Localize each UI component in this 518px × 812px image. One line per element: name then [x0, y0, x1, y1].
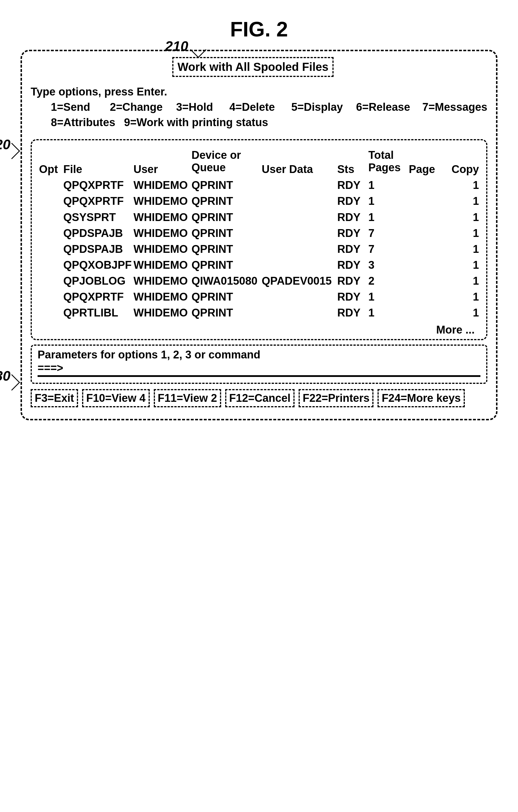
- page-cell: [409, 289, 447, 305]
- f12-key[interactable]: F12=Cancel: [225, 389, 295, 407]
- user-cell: WHIDEMO: [133, 289, 192, 305]
- opt-cell[interactable]: [39, 225, 63, 241]
- user-cell: WHIDEMO: [133, 273, 192, 289]
- queue-cell: QPRINT: [192, 193, 262, 209]
- hdr-queue-2: Queue: [192, 162, 262, 177]
- file-cell: QPQXPRTF: [63, 177, 133, 193]
- opt-cell[interactable]: [39, 241, 63, 257]
- main-screen: Work with All Spooled Files Type options…: [21, 50, 497, 420]
- table-row[interactable]: QPQXPRTFWHIDEMOQPRINTRDY11: [39, 177, 479, 193]
- opt-1: 1=Send: [51, 99, 110, 115]
- opt-9: 9=Work with printing status: [124, 115, 268, 130]
- opt-8: 8=Attributes: [51, 115, 124, 130]
- copy-cell: 1: [447, 193, 479, 209]
- queue-cell: QPRINT: [192, 305, 262, 321]
- sts-cell: RDY: [337, 241, 368, 257]
- table-row[interactable]: QPQXOBJPFWHIDEMOQPRINTRDY31: [39, 257, 479, 273]
- hdr-userdata: User Data: [262, 162, 337, 177]
- table-row[interactable]: QPQXPRTFWHIDEMOQPRINTRDY11: [39, 193, 479, 209]
- user-cell: WHIDEMO: [133, 209, 192, 225]
- page-cell: [409, 273, 447, 289]
- page-cell: [409, 209, 447, 225]
- queue-cell: QPRINT: [192, 241, 262, 257]
- table-row[interactable]: QPRTLIBLWHIDEMOQPRINTRDY11: [39, 305, 479, 321]
- file-cell: QPQXPRTF: [63, 193, 133, 209]
- copy-cell: 1: [447, 225, 479, 241]
- sts-cell: RDY: [337, 289, 368, 305]
- user-cell: WHIDEMO: [133, 225, 192, 241]
- page-cell: [409, 257, 447, 273]
- opt-cell[interactable]: [39, 193, 63, 209]
- opt-cell[interactable]: [39, 289, 63, 305]
- hdr-copy: Copy: [447, 162, 479, 177]
- opt-cell[interactable]: [39, 209, 63, 225]
- function-key-row: F3=Exit F10=View 4 F11=View 2 F12=Cancel…: [31, 389, 487, 407]
- page-cell: [409, 177, 447, 193]
- f3-key[interactable]: F3=Exit: [31, 389, 78, 407]
- file-cell: QSYSPRT: [63, 209, 133, 225]
- opt-4: 4=Delete: [229, 99, 291, 115]
- opt-6: 6=Release: [356, 99, 422, 115]
- hdr-file: File: [63, 162, 133, 177]
- copy-cell: 1: [447, 177, 479, 193]
- copy-cell: 1: [447, 273, 479, 289]
- queue-cell: QPRINT: [192, 209, 262, 225]
- userdata-cell: [262, 289, 337, 305]
- hdr-queue-1: Device or: [192, 149, 262, 162]
- more-indicator: More ...: [39, 324, 479, 336]
- f10-key[interactable]: F10=View 4: [82, 389, 149, 407]
- sts-cell: RDY: [337, 177, 368, 193]
- opt-cell[interactable]: [39, 177, 63, 193]
- table-row[interactable]: QPJOBLOGWHIDEMOQIWA015080QPADEV0015RDY21: [39, 273, 479, 289]
- copy-cell: 1: [447, 209, 479, 225]
- opt-3: 3=Hold: [176, 99, 229, 115]
- queue-cell: QPRINT: [192, 257, 262, 273]
- sts-cell: RDY: [337, 225, 368, 241]
- queue-cell: QPRINT: [192, 177, 262, 193]
- parameter-area: Parameters for options 1, 2, 3 or comman…: [31, 345, 487, 384]
- table-row[interactable]: QSYSPRTWHIDEMOQPRINTRDY11: [39, 209, 479, 225]
- table-row[interactable]: QPDSPAJBWHIDEMOQPRINTRDY71: [39, 241, 479, 257]
- sts-cell: RDY: [337, 305, 368, 321]
- opt-cell[interactable]: [39, 273, 63, 289]
- opt-5: 5=Display: [292, 99, 356, 115]
- totalpages-cell: 1: [368, 289, 409, 305]
- totalpages-cell: 1: [368, 193, 409, 209]
- hdr-sts: Sts: [337, 162, 368, 177]
- userdata-cell: [262, 257, 337, 273]
- user-cell: WHIDEMO: [133, 257, 192, 273]
- queue-cell: QIWA015080: [192, 273, 262, 289]
- user-cell: WHIDEMO: [133, 177, 192, 193]
- param-label: Parameters for options 1, 2, 3 or comman…: [38, 349, 480, 361]
- sts-cell: RDY: [337, 193, 368, 209]
- opt-cell[interactable]: [39, 305, 63, 321]
- file-cell: QPQXOBJPF: [63, 257, 133, 273]
- copy-cell: 1: [447, 289, 479, 305]
- screen-title: Work with All Spooled Files: [172, 57, 334, 77]
- file-cell: QPDSPAJB: [63, 225, 133, 241]
- totalpages-cell: 3: [368, 257, 409, 273]
- table-row[interactable]: QPDSPAJBWHIDEMOQPRINTRDY71: [39, 225, 479, 241]
- userdata-cell: QPADEV0015: [262, 273, 337, 289]
- userdata-cell: [262, 177, 337, 193]
- f24-key[interactable]: F24=More keys: [377, 389, 465, 407]
- userdata-cell: [262, 225, 337, 241]
- hdr-page: Page: [409, 162, 447, 177]
- totalpages-cell: 2: [368, 273, 409, 289]
- opt-2: 2=Change: [110, 99, 176, 115]
- userdata-cell: [262, 193, 337, 209]
- table-row[interactable]: QPQXPRTFWHIDEMOQPRINTRDY11: [39, 289, 479, 305]
- totalpages-cell: 7: [368, 241, 409, 257]
- file-cell: QPDSPAJB: [63, 241, 133, 257]
- file-cell: QPJOBLOG: [63, 273, 133, 289]
- command-input[interactable]: ===>: [38, 362, 480, 377]
- sts-cell: RDY: [337, 257, 368, 273]
- f22-key[interactable]: F22=Printers: [299, 389, 373, 407]
- opt-cell[interactable]: [39, 257, 63, 273]
- userdata-cell: [262, 305, 337, 321]
- page-cell: [409, 241, 447, 257]
- user-cell: WHIDEMO: [133, 305, 192, 321]
- page-cell: [409, 305, 447, 321]
- totalpages-cell: 1: [368, 305, 409, 321]
- f11-key[interactable]: F11=View 2: [154, 389, 221, 407]
